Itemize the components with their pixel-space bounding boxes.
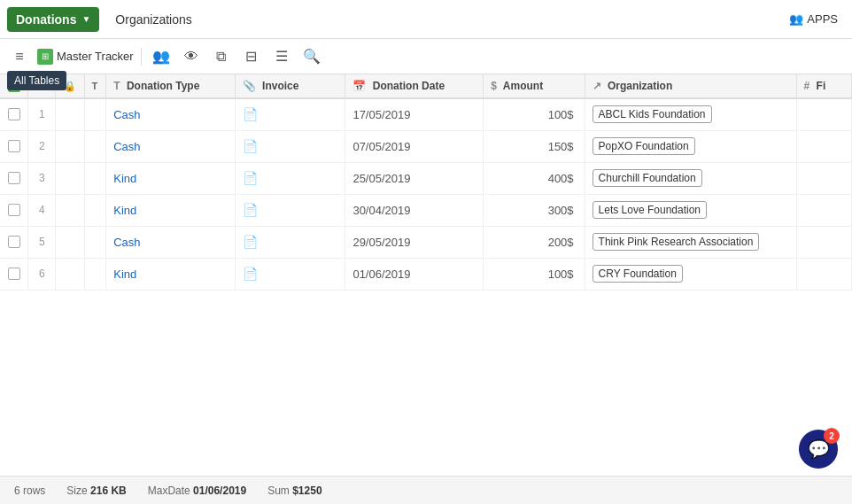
table-row[interactable]: 3 Kind 📄 25/05/2019 400$ Churchill Found… xyxy=(0,162,852,194)
row-checkbox[interactable] xyxy=(0,194,28,226)
row-type-indicator xyxy=(84,98,106,130)
row-organization: Think Pink Research Association xyxy=(585,226,796,258)
all-tables-tooltip: All Tables xyxy=(7,71,66,90)
row-type-indicator xyxy=(84,226,106,258)
row-donation-type: Kind xyxy=(106,162,235,194)
link-icon: ↗ xyxy=(593,80,601,92)
toolbar: ≡ All Tables ⊞ Master Tracker 👥 👁 ⧉ ⊟ ☰ … xyxy=(0,39,852,74)
col-header-t: T xyxy=(84,74,106,98)
row-invoice[interactable]: 📄 xyxy=(235,258,345,290)
invoice-file-icon: 📄 xyxy=(243,203,258,217)
row-lock xyxy=(56,162,84,194)
row-checkbox[interactable] xyxy=(0,130,28,162)
master-tracker-label[interactable]: ⊞ Master Tracker xyxy=(37,49,134,65)
table-row[interactable]: 1 Cash 📄 17/05/2019 100$ ABCL Kids Found… xyxy=(0,98,852,130)
row-organization: CRY Foundation xyxy=(585,258,796,290)
row-checkbox[interactable] xyxy=(0,98,28,130)
row-organization: Lets Love Foundation xyxy=(585,194,796,226)
row-donation-type: Kind xyxy=(106,194,235,226)
row-donation-date: 17/05/2019 xyxy=(345,98,484,130)
toolbar-divider xyxy=(141,48,142,66)
row-donation-type: Kind xyxy=(106,258,235,290)
row-checkbox[interactable] xyxy=(0,226,28,258)
col-header-invoice[interactable]: 📎 Invoice xyxy=(235,74,345,98)
chat-bubble-button[interactable]: 💬 2 xyxy=(799,430,838,469)
invoice-file-icon: 📄 xyxy=(243,107,258,121)
apps-button[interactable]: 👥 APPS xyxy=(782,9,845,29)
row-number: 4 xyxy=(28,194,56,226)
invoice-file-icon: 📄 xyxy=(243,267,258,281)
row-fi xyxy=(796,226,851,258)
text-type-icon: T xyxy=(113,80,120,92)
table-row[interactable]: 2 Cash 📄 07/05/2019 150$ PopXO Foundatio… xyxy=(0,130,852,162)
col-header-amount[interactable]: $ Amount xyxy=(484,74,585,98)
col-header-donation-date[interactable]: 📅 Donation Date xyxy=(345,74,484,98)
row-number: 3 xyxy=(28,162,56,194)
row-number: 6 xyxy=(28,258,56,290)
row-lock xyxy=(56,130,84,162)
row-lock xyxy=(56,98,84,130)
maxdate-info: MaxDate 01/06/2019 xyxy=(148,485,246,497)
col-header-organization[interactable]: ↗ Organization xyxy=(585,74,796,98)
row-invoice[interactable]: 📄 xyxy=(235,162,345,194)
donations-table: 🔒 T T Donation Type 📎 Invoice 📅 Donation… xyxy=(0,74,852,291)
table-row[interactable]: 4 Kind 📄 30/04/2019 300$ Lets Love Found… xyxy=(0,194,852,226)
row-amount: 200$ xyxy=(484,226,585,258)
hamburger-menu-icon[interactable]: ≡ xyxy=(7,44,32,69)
row-donation-type: Cash xyxy=(106,226,235,258)
top-nav: Donations ▼ Organizations 👥 APPS xyxy=(0,0,852,39)
filter-icon-2[interactable]: ⊟ xyxy=(239,44,264,69)
organizations-label: Organizations xyxy=(115,12,191,27)
row-type-indicator xyxy=(84,130,106,162)
col-header-fi[interactable]: # Fi xyxy=(796,74,851,98)
row-number: 1 xyxy=(28,98,56,130)
row-donation-date: 25/05/2019 xyxy=(345,162,484,194)
row-invoice[interactable]: 📄 xyxy=(235,98,345,130)
row-lock xyxy=(56,258,84,290)
row-lock xyxy=(56,226,84,258)
row-type-indicator xyxy=(84,194,106,226)
dollar-icon: $ xyxy=(491,80,497,92)
row-amount: 100$ xyxy=(484,258,585,290)
table-row[interactable]: 5 Cash 📄 29/05/2019 200$ Think Pink Rese… xyxy=(0,226,852,258)
row-invoice[interactable]: 📄 xyxy=(235,130,345,162)
row-number: 5 xyxy=(28,226,56,258)
apps-label: APPS xyxy=(807,12,838,26)
filter-fields-icon[interactable]: ⧉ xyxy=(209,44,234,69)
row-amount: 150$ xyxy=(484,130,585,162)
row-donation-date: 01/06/2019 xyxy=(345,258,484,290)
nav-dropdown-button[interactable]: Donations ▼ xyxy=(7,7,99,32)
row-invoice[interactable]: 📄 xyxy=(235,226,345,258)
row-organization: PopXO Foundation xyxy=(585,130,796,162)
row-count: 6 rows xyxy=(14,485,45,497)
row-type-indicator xyxy=(84,258,106,290)
calendar-icon: 📅 xyxy=(352,80,366,92)
hash-icon: # xyxy=(804,80,810,92)
table-row[interactable]: 6 Kind 📄 01/06/2019 100$ CRY Foundation xyxy=(0,258,852,290)
row-fi xyxy=(796,130,851,162)
filter-rows-icon[interactable]: ☰ xyxy=(269,44,294,69)
row-invoice[interactable]: 📄 xyxy=(235,194,345,226)
team-icon[interactable]: 👥 xyxy=(149,44,174,69)
row-checkbox[interactable] xyxy=(0,258,28,290)
table-container: 🔒 T T Donation Type 📎 Invoice 📅 Donation… xyxy=(0,74,852,476)
invoice-file-icon: 📄 xyxy=(243,171,258,185)
row-organization: Churchill Foundation xyxy=(585,162,796,194)
col-header-donation-type[interactable]: T Donation Type xyxy=(106,74,235,98)
row-fi xyxy=(796,98,851,130)
row-checkbox[interactable] xyxy=(0,162,28,194)
row-lock xyxy=(56,194,84,226)
nav-tab-organizations[interactable]: Organizations xyxy=(103,7,204,32)
row-amount: 400$ xyxy=(484,162,585,194)
row-number: 2 xyxy=(28,130,56,162)
row-amount: 300$ xyxy=(484,194,585,226)
row-donation-type: Cash xyxy=(106,98,235,130)
chat-badge: 2 xyxy=(824,428,840,444)
search-icon[interactable]: 🔍 xyxy=(299,44,324,69)
row-type-indicator xyxy=(84,162,106,194)
paperclip-icon: 📎 xyxy=(243,80,256,92)
row-organization: ABCL Kids Foundation xyxy=(585,98,796,130)
eye-icon[interactable]: 👁 xyxy=(179,44,204,69)
sum-info: Sum $1250 xyxy=(267,485,321,497)
size-info: Size 216 KB xyxy=(66,485,126,497)
